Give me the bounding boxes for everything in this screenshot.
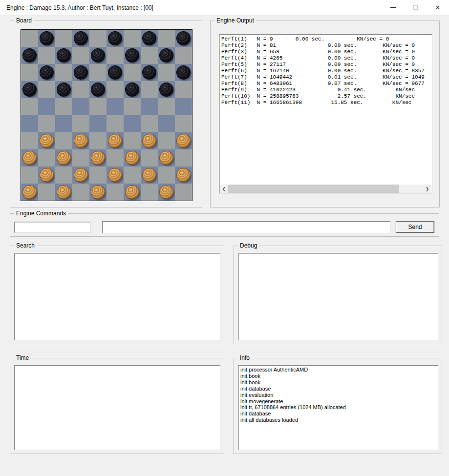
board-square[interactable] [158,166,175,184]
white-piece[interactable] [108,168,122,182]
board-square[interactable] [158,115,175,132]
board-square[interactable] [158,149,175,166]
board-square[interactable] [89,64,107,81]
black-piece[interactable] [57,48,71,62]
engine-output-area[interactable]: Perft(1) N = 9 0.00 sec. KN/sec = 0 Perf… [219,34,432,194]
minimize-button[interactable] [382,0,404,15]
board-square[interactable] [55,132,72,149]
board-square[interactable] [72,184,89,201]
board-square[interactable] [124,81,141,98]
board-square[interactable] [158,132,175,149]
board-square[interactable] [175,166,192,184]
board-square[interactable] [21,149,38,166]
board-square[interactable] [72,149,89,166]
board-square[interactable] [124,132,141,149]
board-square[interactable] [89,149,107,166]
board-square[interactable] [175,81,192,98]
white-piece[interactable] [91,185,105,199]
black-piece[interactable] [176,31,191,45]
board-square[interactable] [38,64,55,81]
board-square[interactable] [124,115,141,132]
close-button[interactable]: ✕ [427,0,449,15]
board-square[interactable] [72,132,89,149]
board-square[interactable] [124,98,141,115]
black-piece[interactable] [22,83,37,97]
white-piece[interactable] [159,185,173,199]
board-square[interactable] [141,30,158,47]
board-square[interactable] [89,98,107,115]
info-output-area[interactable]: init processor AuthenticAMD init book in… [238,365,438,450]
white-piece[interactable] [22,151,37,165]
time-output-area[interactable] [14,365,220,450]
board-square[interactable] [107,47,124,64]
board-square[interactable] [158,64,175,81]
white-piece[interactable] [176,168,191,182]
white-piece[interactable] [40,168,54,182]
white-piece[interactable] [57,185,71,199]
white-piece[interactable] [108,134,122,148]
black-piece[interactable] [142,65,156,80]
board-square[interactable] [55,115,72,132]
board-square[interactable] [72,30,89,47]
board-square[interactable] [55,81,72,98]
search-output-area[interactable] [14,253,220,340]
board-square[interactable] [38,98,55,115]
board-square[interactable] [89,166,107,184]
command-input[interactable] [14,222,91,233]
black-piece[interactable] [91,83,105,97]
board-square[interactable] [158,98,175,115]
board-square[interactable] [107,98,124,115]
black-piece[interactable] [74,31,88,45]
board-square[interactable] [175,115,192,132]
white-piece[interactable] [125,185,139,199]
board-square[interactable] [21,132,38,149]
white-piece[interactable] [142,134,156,148]
black-piece[interactable] [159,48,173,62]
white-piece[interactable] [40,134,54,148]
board-square[interactable] [38,166,55,184]
scroll-right-button[interactable]: ❯ [423,185,431,193]
board-canvas[interactable] [21,29,192,201]
white-piece[interactable] [57,151,71,165]
board-square[interactable] [107,184,124,201]
black-piece[interactable] [57,83,71,97]
board-square[interactable] [124,184,141,201]
board-square[interactable] [21,184,38,201]
board-square[interactable] [89,132,107,149]
board-square[interactable] [107,132,124,149]
board-square[interactable] [38,47,55,64]
board-square[interactable] [21,47,38,64]
black-piece[interactable] [176,65,191,80]
board-square[interactable] [175,30,192,47]
black-piece[interactable] [74,65,88,80]
board-square[interactable] [72,115,89,132]
board-square[interactable] [89,115,107,132]
scroll-left-button[interactable]: ❮ [220,185,228,193]
board-square[interactable] [89,47,107,64]
board-square[interactable] [141,81,158,98]
board-square[interactable] [38,81,55,98]
board-square[interactable] [141,184,158,201]
board-square[interactable] [124,30,141,47]
black-piece[interactable] [108,65,122,80]
board-square[interactable] [107,64,124,81]
black-piece[interactable] [22,48,37,62]
board-square[interactable] [175,98,192,115]
white-piece[interactable] [159,151,173,165]
board-square[interactable] [141,64,158,81]
board-square[interactable] [55,47,72,64]
board-square[interactable] [141,132,158,149]
black-piece[interactable] [142,31,156,45]
board-square[interactable] [21,81,38,98]
black-piece[interactable] [108,31,122,45]
board-square[interactable] [38,184,55,201]
board-square[interactable] [175,184,192,201]
board-square[interactable] [175,47,192,64]
white-piece[interactable] [142,168,156,182]
black-piece[interactable] [40,65,54,80]
board-square[interactable] [107,149,124,166]
white-piece[interactable] [74,168,88,182]
board-square[interactable] [175,64,192,81]
black-piece[interactable] [125,83,139,97]
board-square[interactable] [124,64,141,81]
